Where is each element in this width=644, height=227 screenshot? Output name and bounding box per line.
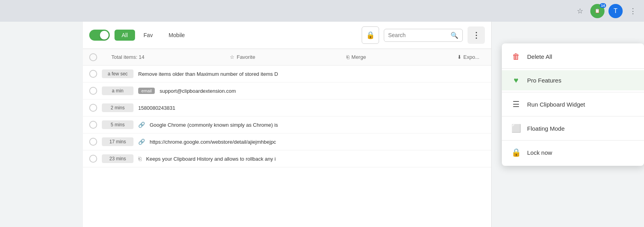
clip-items-list: a few sec Remove items older than Maximu… [83, 66, 491, 227]
menu-item-delete-all[interactable]: 🗑 Delete All [502, 47, 644, 67]
clip-item[interactable]: 5 mins 🔗 Google Chrome (commonly known s… [83, 116, 491, 133]
clip-item[interactable]: a min email support@clipboardextension.c… [83, 83, 491, 99]
item-time: a few sec [102, 69, 133, 78]
chrome-bar: ☆ 📋 14 T ⋮ [0, 0, 644, 22]
merge-icon: ⎗ [346, 54, 349, 60]
copy-icon: ⎗ [138, 156, 141, 162]
heart-icon: ♥ [511, 76, 521, 85]
favorite-button[interactable]: ☆ Favorite [224, 52, 261, 62]
item-radio[interactable] [89, 138, 97, 146]
export-label: Expo... [464, 54, 479, 60]
user-avatar[interactable]: T [608, 4, 623, 18]
tab-group: All Fav Mobile [115, 30, 192, 41]
item-time: 17 mins [102, 137, 133, 146]
menu-divider [502, 92, 644, 92]
delete-all-label: Delete All [527, 53, 552, 60]
search-box: 🔍 [384, 29, 463, 42]
lock-menu-icon: 🔒 [511, 148, 521, 157]
item-time: 2 mins [102, 103, 133, 112]
select-all-radio[interactable] [89, 53, 97, 61]
clip-item[interactable]: 17 mins 🔗 https://chrome.google.com/webs… [83, 133, 491, 150]
widget-icon: ☰ [511, 99, 521, 109]
run-widget-label: Run Clipboard Widget [527, 101, 585, 108]
item-radio[interactable] [89, 87, 97, 95]
clip-item[interactable]: a few sec Remove items older than Maximu… [83, 66, 491, 83]
main-area: All Fav Mobile 🔒 🔍 ⋮ Total items: 14 ☆ F… [0, 22, 644, 227]
merge-label: Merge [351, 54, 366, 60]
tab-all[interactable]: All [115, 30, 135, 41]
total-label: Total items: 14 [111, 54, 145, 60]
lock-now-label: Lock now [527, 149, 552, 156]
menu-divider [502, 140, 644, 141]
tab-fav[interactable]: Fav [137, 30, 160, 41]
item-time: 23 mins [102, 154, 133, 163]
export-icon: ⬇ [457, 54, 462, 60]
item-content: Remove items older than Maximum number o… [138, 71, 485, 77]
menu-item-lock-now[interactable]: 🔒 Lock now [502, 142, 644, 163]
ext-notification-count: 14 [600, 3, 606, 8]
ext-icon: 📋 [595, 8, 600, 13]
clip-item[interactable]: 2 mins 1580080243831 [83, 99, 491, 116]
enable-toggle[interactable] [89, 30, 110, 41]
item-radio[interactable] [89, 121, 97, 129]
tab-mobile[interactable]: Mobile [161, 30, 192, 41]
more-icon: ⋮ [472, 30, 481, 40]
item-tag: email [138, 88, 155, 94]
item-radio[interactable] [89, 104, 97, 112]
menu-divider [502, 68, 644, 69]
menu-item-pro-features[interactable]: ♥ Pro Features [502, 70, 644, 90]
menu-item-run-widget[interactable]: ☰ Run Clipboard Widget [502, 94, 644, 114]
item-content: support@clipboardextension.com [160, 88, 485, 94]
link-icon: 🔗 [138, 122, 145, 128]
lock-button[interactable]: 🔒 [362, 26, 379, 44]
item-radio[interactable] [89, 155, 97, 163]
item-time: 5 mins [102, 120, 133, 129]
clipboard-panel: All Fav Mobile 🔒 🔍 ⋮ Total items: 14 ☆ F… [83, 22, 492, 227]
item-content: 1580080243831 [138, 105, 485, 111]
item-content: Google Chrome (commonly known simply as … [150, 122, 485, 128]
lock-icon: 🔒 [366, 31, 375, 39]
item-content: https://chrome.google.com/webstore/detai… [150, 139, 485, 145]
menu-divider [502, 116, 644, 116]
trash-icon: 🗑 [511, 52, 521, 61]
clip-item[interactable]: 23 mins ⎗ Keeps your Clipboard History a… [83, 150, 491, 167]
search-input[interactable] [388, 32, 448, 38]
more-menu-button[interactable]: ⋮ [468, 26, 485, 44]
item-radio[interactable] [89, 70, 97, 78]
star-icon: ☆ [577, 7, 583, 15]
chrome-more-icon: ⋮ [629, 7, 636, 15]
favorite-label: Favorite [237, 54, 255, 60]
extension-badge[interactable]: 📋 14 [590, 4, 605, 18]
link-icon: 🔗 [138, 139, 145, 145]
favorite-icon: ☆ [230, 54, 235, 60]
avatar-label: T [614, 8, 618, 15]
item-content: Keeps your Clipboard History and allows … [146, 156, 485, 162]
action-bar: Total items: 14 ☆ Favorite ⎗ Merge ⬇ Exp… [83, 49, 491, 66]
dropdown-menu: 🗑 Delete All ♥ Pro Features ☰ Run Clipbo… [502, 43, 644, 166]
floating-mode-label: Floating Mode [527, 125, 565, 132]
toolbar: All Fav Mobile 🔒 🔍 ⋮ [83, 22, 491, 49]
search-icon: 🔍 [451, 32, 458, 39]
merge-button[interactable]: ⎗ Merge [341, 52, 372, 62]
star-button[interactable]: ☆ [574, 5, 586, 17]
floating-icon: ⬜ [511, 124, 521, 133]
pro-features-label: Pro Features [527, 77, 561, 84]
chrome-more-button[interactable]: ⋮ [627, 5, 639, 17]
item-time: a min [102, 86, 133, 95]
menu-item-floating-mode[interactable]: ⬜ Floating Mode [502, 118, 644, 139]
export-button[interactable]: ⬇ Expo... [452, 52, 485, 62]
